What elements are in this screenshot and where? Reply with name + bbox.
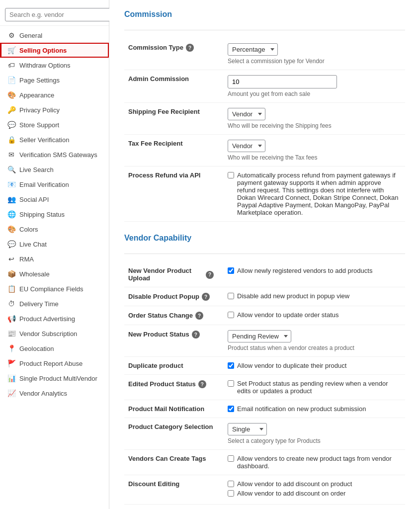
- field-row-disable-product-popup: Disable Product Popup?Disable add new pr…: [124, 287, 405, 306]
- email-verification-icon: 📧: [7, 180, 15, 188]
- field-label-new-vendor-product-upload: New Vendor Product Upload: [128, 267, 203, 282]
- label-discount-editing-1[interactable]: Allow vendor to add discount on order: [228, 490, 401, 497]
- sidebar-item-label: Colors: [19, 226, 38, 233]
- select-new-product-status[interactable]: Pending ReviewPublishedDraft: [228, 330, 291, 342]
- field-row-edited-product-status: Edited Product Status?Set Product status…: [124, 375, 405, 400]
- field-row-process-refund: Process Refund via APIAutomatically proc…: [124, 167, 405, 222]
- sidebar-item-label: Live Chat: [19, 241, 47, 248]
- field-row-admin-commission: Admin CommissionAmount you get from each…: [124, 70, 405, 103]
- checkbox-discount-editing-1[interactable]: [228, 490, 234, 497]
- label-disable-product-popup[interactable]: Disable add new product in popup view: [228, 292, 401, 300]
- sidebar-item-page-settings[interactable]: 📄 Page Settings: [0, 73, 109, 87]
- sidebar-item-label: Vendor Analytics: [19, 390, 67, 397]
- sidebar-item-live-chat[interactable]: 💬 Live Chat: [0, 237, 109, 252]
- sidebar-item-rma[interactable]: ↩ RMA: [0, 252, 109, 266]
- field-label-shipping-fee-recipient: Shipping Fee Recipient: [128, 108, 200, 115]
- label-process-refund[interactable]: Automatically process refund from paymen…: [228, 171, 401, 216]
- field-label-process-refund: Process Refund via API: [128, 171, 200, 179]
- sidebar-item-seller-verification[interactable]: 🔒 Seller Verification: [0, 132, 109, 147]
- field-row-duplicate-product: Duplicate productAllow vendor to duplica…: [124, 357, 405, 375]
- sidebar-item-wholesale[interactable]: 📦 Wholesale: [0, 266, 109, 281]
- checkbox-label-process-refund: Automatically process refund from paymen…: [237, 171, 401, 216]
- sidebar-item-privacy-policy[interactable]: 🔑 Privacy Policy: [0, 102, 109, 117]
- checkbox-label-discount-editing-0: Allow vendor to add discount on product: [237, 480, 352, 488]
- search-bar: [0, 4, 109, 26]
- sidebar-item-label: Single Product MultiVendor: [19, 375, 97, 382]
- checkbox-duplicate-product[interactable]: [228, 362, 234, 369]
- checkbox-label-product-mail-notification: Email notification on new product submis…: [237, 405, 366, 413]
- select-product-category-selection[interactable]: SingleMultiple: [228, 423, 267, 435]
- search-input[interactable]: [5, 8, 114, 21]
- sidebar-item-single-product-multivendor[interactable]: 📊 Single Product MultiVendor: [0, 371, 109, 386]
- sidebar-item-live-search[interactable]: 🔍 Live Search: [0, 162, 109, 177]
- sidebar-item-store-support[interactable]: 💬 Store Support: [0, 117, 109, 132]
- sidebar-item-shipping-status[interactable]: 🌐 Shipping Status: [0, 207, 109, 222]
- checkbox-new-vendor-product-upload[interactable]: [228, 267, 234, 274]
- field-row-vendors-can-create-tags: Vendors Can Create TagsAllow vendors to …: [124, 450, 405, 475]
- social-api-icon: 👥: [7, 195, 15, 203]
- checkbox-disable-product-popup[interactable]: [228, 293, 234, 299]
- help-icon-new-product-status[interactable]: ?: [192, 331, 200, 339]
- checkbox-discount-editing-0[interactable]: [228, 481, 234, 487]
- field-label-admin-commission: Admin Commission: [128, 75, 189, 83]
- sidebar-item-label: Withdraw Options: [19, 62, 71, 69]
- checkbox-edited-product-status[interactable]: [228, 380, 234, 387]
- help-icon-commission-type[interactable]: ?: [186, 44, 194, 52]
- sidebar-item-verification-sms[interactable]: ✉ Verification SMS Gateways: [0, 147, 109, 162]
- sidebar-item-withdraw-options[interactable]: 🏷 Withdraw Options: [0, 58, 109, 73]
- field-label-disable-product-popup: Disable Product Popup: [128, 293, 199, 300]
- sidebar-item-social-api[interactable]: 👥 Social API: [0, 192, 109, 207]
- field-row-product-mail-notification: Product Mail NotificationEmail notificat…: [124, 400, 405, 418]
- sidebar-item-colors[interactable]: 🎨 Colors: [0, 222, 109, 237]
- sidebar-item-label: Seller Verification: [19, 136, 69, 144]
- label-discount-editing-0[interactable]: Allow vendor to add discount on product: [228, 480, 401, 488]
- selling-options-icon: 🛒: [7, 46, 15, 54]
- appearance-icon: 🎨: [7, 91, 15, 99]
- sidebar-item-appearance[interactable]: 🎨 Appearance: [0, 87, 109, 102]
- sidebar-item-email-verification[interactable]: 📧 Email Verification: [0, 177, 109, 192]
- sidebar: ⚙ General 🛒 Selling Options 🏷 Withdraw O…: [0, 0, 109, 509]
- label-vendors-can-create-tags[interactable]: Allow vendors to create new product tags…: [228, 455, 401, 470]
- field-row-commission-type: Commission Type?PercentageFlatCombineSel…: [124, 38, 405, 70]
- vendor-analytics-icon: 📈: [7, 389, 15, 397]
- sidebar-item-general[interactable]: ⚙ General: [0, 28, 109, 43]
- checkbox-process-refund[interactable]: [228, 172, 234, 178]
- label-product-mail-notification[interactable]: Email notification on new product submis…: [228, 405, 401, 413]
- select-shipping-fee-recipient[interactable]: VendorAdmin: [228, 108, 265, 120]
- label-edited-product-status[interactable]: Set Product status as pending review whe…: [228, 380, 401, 395]
- field-desc-product-category-selection: Select a category type for Products: [228, 437, 401, 444]
- field-desc-admin-commission: Amount you get from each sale: [228, 90, 401, 97]
- sidebar-item-vendor-subscription[interactable]: 📰 Vendor Subscription: [0, 326, 109, 341]
- checkbox-order-status-change[interactable]: [228, 312, 234, 318]
- sidebar-item-label: Product Report Abuse: [19, 360, 83, 367]
- help-icon-new-vendor-product-upload[interactable]: ?: [206, 271, 214, 279]
- checkbox-product-mail-notification[interactable]: [228, 406, 234, 412]
- field-label-commission-type: Commission Type: [128, 44, 183, 51]
- select-tax-fee-recipient[interactable]: VendorAdmin: [228, 140, 265, 152]
- sidebar-item-delivery-time[interactable]: ⏱ Delivery Time: [0, 296, 109, 311]
- field-label-order-status-change: Order Status Change: [128, 312, 193, 319]
- field-row-tax-fee-recipient: Tax Fee RecipientVendorAdminWho will be …: [124, 135, 405, 167]
- geolocation-icon: 📍: [7, 344, 15, 352]
- input-admin-commission[interactable]: [228, 75, 337, 88]
- help-icon-order-status-change[interactable]: ?: [195, 312, 203, 320]
- sidebar-item-label: Shipping Status: [19, 211, 65, 218]
- help-icon-edited-product-status[interactable]: ?: [198, 380, 206, 388]
- select-commission-type[interactable]: PercentageFlatCombine: [228, 43, 278, 56]
- sidebar-item-selling-options[interactable]: 🛒 Selling Options: [0, 43, 109, 58]
- sidebar-item-eu-compliance[interactable]: 📋 EU Compliance Fields: [0, 281, 109, 296]
- sidebar-item-geolocation[interactable]: 📍 Geolocation: [0, 341, 109, 356]
- label-order-status-change[interactable]: Allow vendor to update order status: [228, 311, 401, 319]
- sidebar-item-product-advertising[interactable]: 📢 Product Advertising: [0, 311, 109, 326]
- label-duplicate-product[interactable]: Allow vendor to duplicate their product: [228, 362, 401, 369]
- field-desc-tax-fee-recipient: Who will be receiving the Tax fees: [228, 154, 401, 161]
- sidebar-item-vendor-analytics[interactable]: 📈 Vendor Analytics: [0, 386, 109, 401]
- vendor-subscription-icon: 📰: [7, 330, 15, 338]
- sidebar-item-product-report-abuse[interactable]: 🚩 Product Report Abuse: [0, 356, 109, 371]
- label-new-vendor-product-upload[interactable]: Allow newly registered vendors to add pr…: [228, 267, 401, 274]
- checkbox-vendors-can-create-tags[interactable]: [228, 455, 234, 462]
- help-icon-disable-product-popup[interactable]: ?: [202, 293, 210, 301]
- sidebar-item-label: General: [19, 32, 42, 39]
- field-desc-shipping-fee-recipient: Who will be receiving the Shipping fees: [228, 122, 401, 129]
- field-row-product-category-selection: Product Category SelectionSingleMultiple…: [124, 418, 405, 450]
